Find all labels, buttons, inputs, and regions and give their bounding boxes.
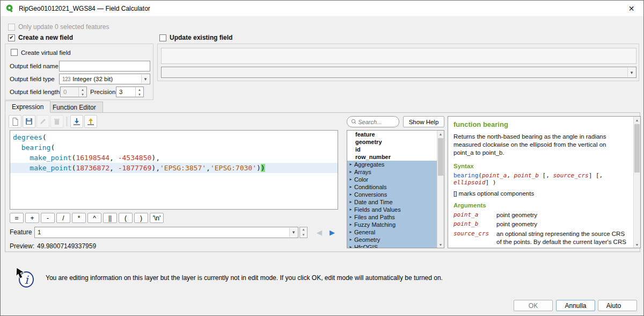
syntax-line: bearing(point_a, point_b [, source_crs] … <box>453 172 627 186</box>
chevron-right-icon: ▸ <box>347 236 354 243</box>
argument-name: source_crs <box>453 230 496 248</box>
tree-item-group[interactable]: ▸Aggregates <box>347 161 444 168</box>
checkbox-icon <box>8 24 15 31</box>
precision-spinbox[interactable]: 3 ▲▼ <box>116 87 144 97</box>
function-tree-scrollbar[interactable]: ▲ ▼ <box>437 131 444 248</box>
tree-group-label: Files and Paths <box>354 213 395 221</box>
feature-label: Feature <box>10 228 34 236</box>
operator-button[interactable]: ( <box>119 213 133 223</box>
scroll-down-icon[interactable]: ▼ <box>634 241 640 248</box>
operator-button[interactable]: + <box>25 213 39 223</box>
expression-editor[interactable]: degrees( bearing( make_point(16198544, -… <box>10 130 338 210</box>
arrow-right-icon: ▶ <box>330 228 335 236</box>
chevron-right-icon: ▸ <box>347 228 354 236</box>
code-line[interactable]: make_point(18736872, -1877769),'EPSG:385… <box>10 163 338 173</box>
tree-item-group[interactable]: ▸Color <box>347 176 444 183</box>
function-search-box[interactable] <box>347 116 399 127</box>
tree-item-variable[interactable]: id <box>347 146 444 153</box>
tree-item-group[interactable]: ▸HfcQGIS <box>347 243 444 248</box>
close-button[interactable]: ✕ <box>619 1 643 16</box>
toolbar-separator <box>67 117 67 126</box>
tree-item-variable[interactable]: geometry <box>347 138 444 146</box>
tab-expression[interactable]: Expression <box>5 100 50 113</box>
only-update-selected-checkbox[interactable]: Only update 0 selected features <box>8 23 109 31</box>
scroll-up-icon[interactable]: ▲ <box>437 131 444 137</box>
create-new-field-label: Create a new field <box>18 34 73 41</box>
output-field-type-combo[interactable]: 123 Integer (32 bit) ▾ <box>59 74 150 84</box>
export-expression-button[interactable] <box>84 115 97 128</box>
scrollbar-thumb[interactable] <box>438 138 443 176</box>
tree-item-group[interactable]: ▸Date and Time <box>347 198 444 206</box>
previous-feature-button[interactable]: ◀ <box>313 227 326 238</box>
tree-group-label: Arrays <box>354 168 371 176</box>
help-scrollbar[interactable]: ▲ ▼ <box>633 117 640 248</box>
spin-arrows-icon[interactable]: ▲▼ <box>135 87 143 97</box>
operator-button[interactable]: ^ <box>87 213 101 223</box>
import-expression-button[interactable] <box>70 115 83 128</box>
tree-group-label: HfcQGIS <box>354 243 378 248</box>
tree-group-label: Aggregates <box>354 161 384 168</box>
feature-value: 1 <box>38 229 41 235</box>
tree-item-group[interactable]: ▸Files and Paths <box>347 213 444 221</box>
tree-group-label: Color <box>354 176 368 183</box>
tree-group-label: General <box>354 228 375 236</box>
tree-item-group[interactable]: ▸Arrays <box>347 168 444 176</box>
output-field-name-input[interactable] <box>59 61 150 71</box>
scroll-up-icon[interactable]: ▲ <box>634 117 640 123</box>
operator-button[interactable]: - <box>41 213 55 223</box>
cancel-button[interactable]: Annulla <box>556 300 595 311</box>
syntax-heading: Syntax <box>453 163 627 169</box>
save-expression-button[interactable] <box>23 115 35 128</box>
show-help-button[interactable]: Show Help <box>403 116 444 127</box>
existing-field-combo[interactable]: ▾ <box>161 67 636 78</box>
argument-row: point_bpoint geometry <box>453 220 627 228</box>
chevron-right-icon: ▸ <box>347 168 354 176</box>
operator-button[interactable]: * <box>72 213 86 223</box>
integer-type-icon: 123 <box>62 76 70 82</box>
tree-item-variable[interactable]: feature <box>347 131 444 138</box>
scroll-down-icon[interactable]: ▼ <box>437 241 444 248</box>
edit-expression-button[interactable] <box>36 115 49 128</box>
output-field-name-label: Output field name <box>10 63 58 69</box>
operator-button[interactable]: ) <box>134 213 148 223</box>
code-line[interactable]: degrees( <box>10 132 338 142</box>
tree-item-group[interactable]: ▸Conversions <box>347 191 444 198</box>
operator-button[interactable]: / <box>56 213 70 223</box>
output-field-length-spinbox[interactable]: 0 ▲▼ <box>60 87 87 97</box>
operator-button[interactable]: '\n' <box>150 213 164 223</box>
chevron-right-icon: ▸ <box>347 206 354 213</box>
help-title: function bearing <box>453 120 627 128</box>
code-line[interactable]: bearing( <box>10 142 338 153</box>
operator-button[interactable]: = <box>10 213 24 223</box>
expression-tab-panel: degrees( bearing( make_point(16198544, -… <box>5 112 640 252</box>
tree-item-group[interactable]: ▸General <box>347 228 444 236</box>
chevron-down-icon: ▾ <box>627 68 635 77</box>
tree-item-group[interactable]: ▸Fields and Values <box>347 206 444 213</box>
delete-expression-button[interactable] <box>50 115 63 128</box>
feature-spinner[interactable]: ▲▼ <box>299 227 308 238</box>
tree-item-group[interactable]: ▸Conditionals <box>347 183 444 191</box>
existing-field-groupbox: ▾ <box>157 44 639 81</box>
feature-combo[interactable]: 1 ▾ <box>34 227 298 238</box>
import-down-arrow-icon <box>72 117 81 126</box>
save-icon <box>25 117 33 126</box>
function-search-input[interactable] <box>358 119 395 125</box>
create-virtual-field-checkbox[interactable]: Create virtual field <box>11 49 71 56</box>
code-line[interactable]: make_point(16198544, -4534850), <box>10 153 338 163</box>
tree-item-variable[interactable]: row_number <box>347 153 444 161</box>
tree-item-group[interactable]: ▸Fuzzy Matching <box>347 221 444 228</box>
tab-expression-label: Expression <box>12 103 43 111</box>
tab-function-editor[interactable]: Function Editor <box>46 102 103 113</box>
spin-arrows-icon[interactable]: ▲▼ <box>78 87 86 97</box>
help-button[interactable]: Aiuto <box>598 300 637 311</box>
operator-button[interactable]: || <box>103 213 117 223</box>
next-feature-button[interactable]: ▶ <box>326 227 339 238</box>
update-existing-field-checkbox[interactable]: Update existing field <box>159 34 232 41</box>
new-expression-button[interactable] <box>9 115 21 128</box>
cancel-label: Annulla <box>565 302 586 310</box>
ok-button[interactable]: OK <box>514 300 553 311</box>
create-new-field-checkbox[interactable]: Create a new field <box>8 34 73 41</box>
tree-item-group[interactable]: ▸Geometry <box>347 236 444 243</box>
scrollbar-thumb[interactable] <box>634 124 640 173</box>
titlebar[interactable]: RipGeo01012021_WGS84 — Field Calculator <box>1 1 643 16</box>
